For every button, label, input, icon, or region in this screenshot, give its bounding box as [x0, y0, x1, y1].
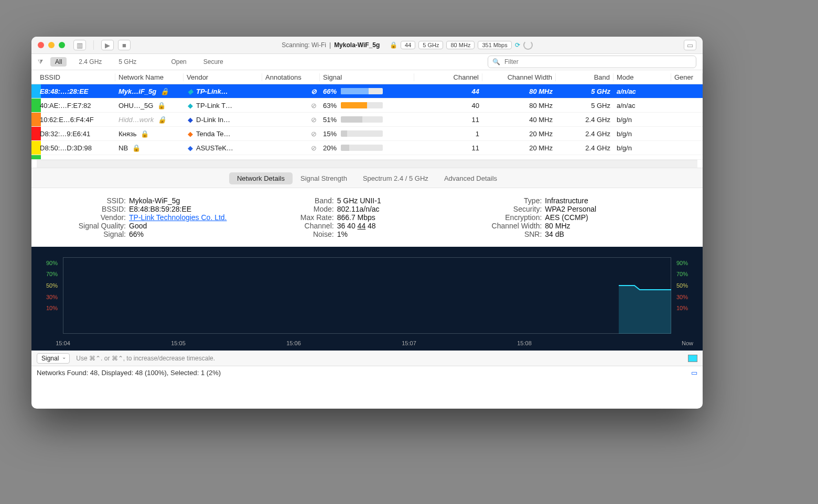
chart-xtick: 15:05: [171, 340, 186, 346]
detail-value: 34 dB: [545, 230, 564, 238]
chart-ytick: 10%: [676, 305, 693, 311]
chart-xtick: Now: [682, 340, 693, 346]
chart-plot-area: [63, 257, 671, 334]
chart-toolbar: Signal Use ⌘⌃. or ⌘⌃, to increase/decrea…: [31, 350, 703, 366]
filter-24ghz[interactable]: 2.4 GHz: [74, 57, 106, 67]
series-color-chip[interactable]: [688, 355, 697, 362]
pill-band: 5 GHz: [418, 41, 443, 49]
horizontal-scrollbar[interactable]: [37, 160, 697, 168]
detail-label: Signal Quality:: [63, 222, 126, 230]
filter-secure[interactable]: Secure: [199, 57, 228, 67]
cell-width: 40 MHz: [482, 116, 556, 124]
col-vendor[interactable]: Vendor: [184, 73, 262, 81]
play-button[interactable]: ▶: [101, 40, 114, 50]
tab-signal-strength[interactable]: Signal Strength: [293, 172, 355, 184]
cell-vendor: ◆Tenda Te…: [184, 130, 262, 138]
timescale-hint: Use ⌘⌃. or ⌘⌃, to increase/decrease time…: [76, 355, 215, 362]
cell-signal: 51%: [320, 116, 414, 124]
col-width[interactable]: Channel Width: [482, 73, 556, 81]
detail-value: 1%: [337, 230, 348, 238]
chart-ytick: 50%: [676, 282, 693, 289]
cell-bssid: 40:AE:…F:E7:82: [37, 102, 115, 109]
cell-annotations: ⊘: [262, 102, 320, 109]
chart-ytick: 70%: [676, 271, 693, 277]
table-body: E8:48:…:28:EE Myk…iF_5g 🔒 ◆TP-Link… ⊘ 66…: [31, 84, 703, 160]
col-mode[interactable]: Mode: [614, 73, 671, 81]
cell-annotations: ⊘: [262, 87, 320, 95]
cell-channel: 11: [414, 116, 482, 124]
detail-label: SNR:: [479, 230, 542, 238]
cell-channel: 1: [414, 130, 482, 138]
zoom-window-button[interactable]: [59, 42, 65, 48]
chart-ytick: 10%: [41, 305, 58, 311]
chart-ytick: 30%: [41, 294, 58, 300]
cell-band: 5 GHz: [556, 102, 614, 109]
filter-icon[interactable]: ⧩: [38, 58, 43, 65]
cell-width: 80 MHz: [482, 102, 556, 109]
table-row[interactable]: 40:AE:…F:E7:82 OHU…_5G 🔒 ◆TP-Link T… ⊘ 6…: [31, 98, 703, 113]
cell-band: 2.4 GHz: [556, 144, 614, 152]
cell-annotations: ⊘: [262, 130, 320, 138]
cell-annotations: ⊘: [262, 144, 320, 152]
detail-label: Security:: [479, 205, 542, 213]
detail-row: Channel: 36 40 44 48: [271, 222, 464, 230]
filter-5ghz[interactable]: 5 GHz: [114, 57, 141, 67]
app-window: ▥ ▶ ■ Scanning: Wi-Fi | Mykola-WiF_5g 🔒 …: [31, 37, 703, 409]
cell-channel: 44: [414, 87, 482, 95]
chart-ytick: 90%: [676, 260, 693, 266]
chart-xtick: 15:04: [56, 340, 70, 346]
col-annotations[interactable]: Annotations: [262, 73, 320, 81]
chart-xtick: 15:08: [517, 340, 532, 346]
col-signal[interactable]: Signal: [320, 73, 414, 81]
detail-value: 66%: [129, 230, 144, 238]
panel-toggle-button[interactable]: ▭: [684, 40, 696, 50]
detail-label: Mode:: [271, 205, 334, 213]
tab-network-details[interactable]: Network Details: [229, 172, 293, 184]
table-row[interactable]: D8:32:…9:E6:41 Князь 🔒 ◆Tenda Te… ⊘ 15% …: [31, 127, 703, 141]
detail-row: Vendor: TP-Link Technologies Co. Ltd.: [63, 213, 255, 222]
col-band[interactable]: Band: [556, 73, 614, 81]
cell-width: 80 MHz: [482, 87, 556, 95]
cell-channel: 11: [414, 144, 482, 152]
col-bssid[interactable]: BSSID: [37, 73, 115, 81]
minimize-window-button[interactable]: [48, 42, 55, 48]
cell-bssid: E8:48:…:28:EE: [37, 87, 115, 95]
table-row[interactable]: E8:48:…:28:EE Myk…iF_5g 🔒 ◆TP-Link… ⊘ 66…: [31, 84, 703, 98]
cell-mode: b/g/n: [614, 144, 671, 152]
cell-name: Князь 🔒: [115, 130, 184, 138]
table-row[interactable]: 10:62:E…6:F4:4F Hidd…work 🔒 ◆D-Link In… …: [31, 113, 703, 127]
tab-spectrum[interactable]: Spectrum 2.4 / 5 GHz: [355, 172, 436, 184]
tab-advanced[interactable]: Advanced Details: [436, 172, 505, 184]
col-gener[interactable]: Gener: [671, 73, 703, 81]
detail-row: Encryption: AES (CCMP): [479, 213, 671, 222]
table-row[interactable]: D8:50:…D:3D:98 NB 🔒 ◆ASUSTeK… ⊘ 20% 11 2…: [31, 141, 703, 155]
chart-xtick: 15:07: [402, 340, 416, 346]
cell-mode: a/n/ac: [614, 102, 671, 109]
scan-animation-icon: ⟳: [515, 41, 520, 49]
cell-bssid: D8:50:…D:3D:98: [37, 144, 115, 152]
stop-button[interactable]: ■: [118, 40, 131, 50]
cell-bssid: D8:32:…9:E6:41: [37, 130, 115, 138]
filter-open[interactable]: Open: [166, 57, 191, 67]
sidebar-toggle-button[interactable]: ▥: [73, 40, 86, 50]
detail-label: Channel:: [271, 222, 334, 230]
filter-all[interactable]: All: [50, 57, 67, 67]
status-text: Networks Found: 48, Displayed: 48 (100%)…: [37, 369, 221, 377]
col-name[interactable]: Network Name: [115, 73, 184, 81]
chart-xtick: 15:06: [286, 340, 301, 346]
cell-name: OHU…_5G 🔒: [115, 102, 184, 109]
lock-icon: 🔒: [158, 87, 169, 95]
scan-label: Scanning: Wi-Fi: [282, 41, 326, 49]
detail-label: Type:: [479, 196, 542, 205]
search-input[interactable]: [503, 58, 692, 66]
search-field[interactable]: 🔍: [488, 56, 696, 68]
detail-value: Good: [129, 222, 147, 230]
chart-metric-select[interactable]: Signal: [37, 353, 70, 364]
window-mode-icon[interactable]: ▭: [691, 369, 697, 377]
close-window-button[interactable]: [38, 42, 44, 48]
col-channel[interactable]: Channel: [414, 73, 482, 81]
detail-label: Vendor:: [63, 213, 126, 222]
detail-value[interactable]: TP-Link Technologies Co. Ltd.: [129, 213, 227, 222]
cell-vendor: ◆ASUSTeK…: [184, 144, 262, 152]
detail-label: Channel Width:: [479, 222, 542, 230]
